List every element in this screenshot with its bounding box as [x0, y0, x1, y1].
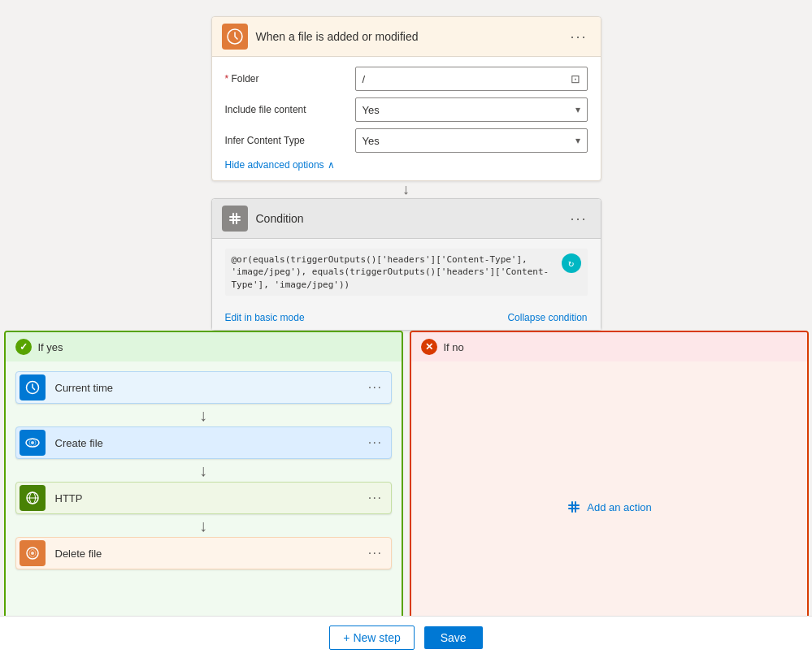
hide-advanced-link[interactable]: Hide advanced options ∧	[225, 159, 588, 171]
include-content-text: Yes	[363, 104, 380, 116]
folder-icon: ⊡	[571, 72, 580, 85]
infer-type-label: Infer Content Type	[225, 135, 355, 146]
trigger-to-condition-arrow: ↓	[402, 181, 410, 198]
branch-yes: ✓ If yes Current time ···	[4, 331, 403, 616]
save-button[interactable]: Save	[424, 626, 483, 649]
condition-header[interactable]: Condition ···	[212, 199, 601, 239]
create-file-icon-wrap	[16, 426, 49, 459]
delete-file-more-button[interactable]: ···	[360, 546, 391, 561]
refresh-icon[interactable]: ↻	[562, 253, 581, 273]
infer-type-text: Yes	[363, 135, 380, 147]
trigger-header[interactable]: When a file is added or modified ···	[212, 17, 601, 57]
trigger-block: When a file is added or modified ··· * F…	[211, 16, 601, 181]
branch-yes-badge: ✓	[15, 339, 32, 355]
action-current-time[interactable]: Current time ···	[15, 371, 392, 404]
current-time-icon	[20, 374, 46, 400]
svg-rect-19	[571, 501, 573, 513]
svg-rect-2	[229, 219, 241, 221]
create-file-icon	[20, 430, 46, 456]
branch-no-header: ✕ If no	[411, 332, 807, 361]
current-time-label: Current time	[49, 382, 360, 394]
include-content-field-row: Include file content Yes ▾	[225, 97, 588, 122]
branch-no: ✕ If no Add an action	[410, 331, 809, 616]
svg-rect-18	[568, 508, 580, 509]
svg-rect-17	[568, 504, 580, 506]
action-create-file[interactable]: Create file ···	[15, 426, 392, 459]
trigger-title: When a file is added or modified	[256, 30, 567, 43]
condition-title: Condition	[256, 212, 567, 225]
branch-no-content: Add an action	[411, 361, 807, 616]
chevron-up-icon: ∧	[328, 159, 335, 171]
trigger-icon	[222, 24, 248, 50]
current-time-more-button[interactable]: ···	[360, 380, 391, 395]
svg-rect-20	[575, 501, 576, 513]
condition-body: @or(equals(triggerOutputs()['headers']['…	[212, 239, 601, 305]
create-file-more-button[interactable]: ···	[360, 435, 391, 450]
svg-point-12	[31, 552, 34, 555]
folder-label: * Folder	[225, 73, 355, 84]
trigger-more-button[interactable]: ···	[567, 27, 590, 47]
add-action-no-icon	[566, 499, 582, 515]
add-action-no[interactable]: Add an action	[566, 499, 652, 515]
new-step-button[interactable]: + New step	[329, 626, 414, 650]
arrow-2: ↓	[15, 459, 392, 482]
include-content-arrow-icon: ▾	[575, 104, 580, 115]
add-action-no-label: Add an action	[587, 501, 652, 513]
condition-expression-text: @or(equals(triggerOutputs()['headers']['…	[232, 253, 555, 291]
http-icon	[20, 485, 46, 511]
svg-rect-4	[236, 213, 237, 224]
trigger-body: * Folder / ⊡ Include file content Yes ▾ …	[212, 57, 601, 180]
branch-yes-title: If yes	[38, 341, 63, 353]
folder-field-row: * Folder / ⊡	[225, 67, 588, 91]
infer-type-arrow-icon: ▾	[575, 135, 580, 146]
delete-file-icon-wrap	[16, 537, 49, 569]
arrow-3: ↓	[15, 514, 392, 537]
infer-type-field-row: Infer Content Type Yes ▾	[225, 128, 588, 153]
bottom-toolbar: + New step Save	[0, 616, 812, 658]
branches-container: ✓ If yes Current time ···	[4, 331, 809, 616]
condition-more-button[interactable]: ···	[567, 209, 590, 229]
create-file-label: Create file	[49, 437, 360, 449]
condition-expression: @or(equals(triggerOutputs()['headers']['…	[225, 249, 588, 296]
branch-no-badge: ✕	[421, 339, 437, 355]
http-label: HTTP	[49, 492, 360, 504]
folder-path: /	[363, 73, 366, 85]
delete-file-icon	[20, 540, 46, 566]
branch-no-title: If no	[444, 341, 464, 353]
branch-yes-header: ✓ If yes	[6, 332, 402, 361]
http-more-button[interactable]: ···	[360, 491, 391, 505]
collapse-condition-link[interactable]: Collapse condition	[507, 312, 587, 323]
condition-block: Condition ··· @or(equals(triggerOutputs(…	[211, 198, 601, 331]
current-time-icon-wrap	[16, 371, 49, 404]
svg-rect-1	[229, 216, 241, 218]
action-delete-file[interactable]: Delete file ···	[15, 537, 392, 569]
http-icon-wrap	[16, 482, 49, 514]
action-http[interactable]: HTTP ···	[15, 482, 392, 514]
edit-basic-mode-link[interactable]: Edit in basic mode	[225, 312, 305, 323]
include-content-label: Include file content	[225, 104, 355, 115]
arrow-1: ↓	[15, 404, 392, 426]
include-content-value[interactable]: Yes ▾	[355, 97, 588, 122]
svg-rect-3	[232, 213, 234, 224]
flow-canvas: When a file is added or modified ··· * F…	[0, 0, 812, 616]
hide-advanced-text: Hide advanced options	[225, 159, 324, 171]
svg-point-7	[31, 441, 34, 444]
folder-value[interactable]: / ⊡	[355, 67, 588, 91]
condition-footer: Edit in basic mode Collapse condition	[212, 305, 601, 330]
delete-file-label: Delete file	[49, 548, 360, 560]
condition-icon	[222, 206, 248, 232]
infer-type-value[interactable]: Yes ▾	[355, 128, 588, 153]
branch-yes-content: Current time ··· ↓	[6, 361, 402, 616]
